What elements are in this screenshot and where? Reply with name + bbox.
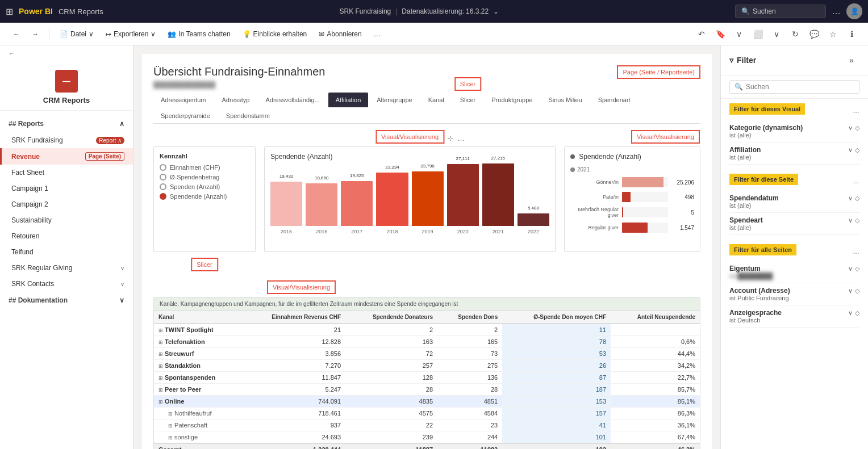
bar-2017[interactable]: 19,825 (341, 181, 373, 226)
filter-icon[interactable]: ⊹ (448, 135, 453, 144)
clear-icon[interactable]: ◇ (855, 309, 859, 317)
sidebar-section-reports[interactable]: ## Reports ∧ (0, 115, 133, 132)
slicer-tab-adresstyp[interactable]: Adresstyp (215, 93, 257, 107)
slicer-tab-adresseigentum[interactable]: Adresseigentum (153, 93, 214, 107)
user-avatar[interactable]: 👤 (846, 3, 862, 19)
more-icon[interactable]: … (832, 6, 841, 16)
bar-2016[interactable]: 18,660 (306, 183, 337, 226)
table-row[interactable]: ⊞ Standaktion7.2702572752634,2% (154, 360, 700, 372)
filter-search-box[interactable]: 🔍 (729, 80, 859, 94)
bar-wrap-2019[interactable]: 23,798 2019 (412, 171, 444, 234)
chevron-down-icon[interactable]: ∨ (848, 195, 853, 202)
sidebar-item-telfund[interactable]: Telfund (0, 244, 133, 260)
sidebar-item-fact-sheet[interactable]: Fact Sheet (0, 165, 133, 181)
insights-button[interactable]: 💡 Einblicke erhalten (238, 28, 312, 40)
bar-wrap-2016[interactable]: 18,660 2016 (306, 183, 337, 234)
info-button[interactable]: ℹ (844, 26, 859, 42)
slicer-tab-slicer[interactable]: Slicer Slicer (453, 93, 483, 107)
more-icon-all[interactable]: … (853, 247, 859, 255)
undo-button[interactable]: ↶ (694, 26, 710, 42)
kpi-option-spendenbetrag[interactable]: Ø-Spendenbetrag (160, 174, 249, 181)
table-col-3[interactable]: Spenden Dons (437, 311, 502, 324)
back-nav-button[interactable]: ← (9, 28, 24, 40)
hbar-item-Gönner/in[interactable]: Gönner/in 25.206 (570, 177, 694, 187)
table-row[interactable]: ⊞ TWINT Spotlight212211 (154, 324, 700, 336)
more-ctrl-icon[interactable]: … (458, 135, 465, 144)
clear-icon[interactable]: ◇ (855, 146, 859, 154)
table-row[interactable]: ⊞ Telefonaktion12.828163165780,6% (154, 336, 700, 348)
hbar-item-Pate/in[interactable]: Pate/in 498 (570, 192, 694, 202)
clear-icon[interactable]: ◇ (855, 217, 859, 224)
table-row[interactable]: ⊞ Online744.0914835485115385,1% (154, 396, 700, 408)
chevron-down-icon[interactable]: ∨ (848, 146, 853, 154)
file-button[interactable]: 📄 Datei ∨ (55, 28, 98, 40)
table-row[interactable]: ⊞ Streuwurf3.85672735344,4% (154, 348, 700, 360)
kpi-option-einnahmen[interactable]: Einnahmen (CHF) (160, 164, 249, 171)
more-icon-page[interactable]: … (853, 177, 859, 185)
bar-wrap-2015[interactable]: 19,432 2015 (270, 182, 302, 234)
sidebar-item-retouren[interactable]: Retouren (0, 228, 133, 244)
chevron-down-icon[interactable]: ∨ (848, 217, 853, 224)
subscribe-button[interactable]: ✉ Abonnieren (314, 28, 366, 40)
kpi-option-spendende-anzahl[interactable]: Spendende (Anzahl) (160, 193, 249, 200)
slicer-tab-sinus[interactable]: Sinus Milieu (541, 93, 589, 107)
clear-icon[interactable]: ◇ (855, 287, 859, 295)
sidebar-item-srk-regular[interactable]: SRK Regular Giving ∨ (0, 260, 133, 276)
chevron-down-icon[interactable]: ∨ (848, 309, 853, 317)
slicer-tab-altersgruppe[interactable]: Altersgruppe (369, 93, 419, 107)
bar-wrap-2021[interactable]: 27,215 2021 (482, 163, 514, 234)
bar-wrap-2018[interactable]: 23,234 2018 (376, 173, 408, 234)
sidebar-back-button[interactable]: ← (0, 45, 133, 61)
chevron-down-icon[interactable]: ∨ (848, 265, 853, 272)
clear-icon[interactable]: ◇ (855, 265, 859, 272)
comment-button[interactable]: 💬 (806, 26, 822, 42)
sidebar-item-campaign1[interactable]: Campaign 1 (0, 181, 133, 196)
grid-icon[interactable]: ⊞ (6, 6, 13, 17)
bar-2022[interactable]: 5,488 (518, 213, 549, 226)
hbar-item-Mehrfach-Regular-giver[interactable]: Mehrfach Regular giver 5 (570, 207, 694, 218)
table-col-1[interactable]: Einnahmen Revenus CHF (241, 311, 345, 324)
sidebar-item-revenue[interactable]: Revenue Page (Seite) (0, 148, 133, 165)
table-row[interactable]: ⊞ Peer to Peer5.247282818785,7% (154, 384, 700, 396)
slicer-tab-kanal[interactable]: Kanal (421, 93, 452, 107)
kpi-option-spenden-anzahl[interactable]: Spenden (Anzahl) (160, 183, 249, 190)
refresh-button[interactable]: ↻ (787, 26, 803, 42)
more-icon[interactable]: … (853, 107, 859, 115)
slicer-tab-spendenart[interactable]: Spendenart (591, 93, 638, 107)
table-row[interactable]: ⊞ Spontanspenden11.8471281368722,7% (154, 372, 700, 384)
table-col-2[interactable]: Spendende Donateurs (345, 311, 437, 324)
chevron-icon[interactable]: ⌄ (493, 7, 499, 15)
table-row[interactable]: ⊞ sonstige24.69323924410167,4% (154, 431, 700, 444)
sidebar-item-srk-contacts[interactable]: SRK Contacts ∨ (0, 276, 133, 292)
teams-button[interactable]: 👥 In Teams chatten (163, 28, 235, 40)
bar-wrap-2022[interactable]: 5,488 2022 (518, 213, 549, 234)
slicer-tab-spenderpyramide[interactable]: Spenderpyramide (153, 108, 218, 123)
bar-2018[interactable]: 23,234 (376, 173, 408, 226)
bar-wrap-2020[interactable]: 27,111 2020 (447, 164, 479, 234)
table-col-0[interactable]: Kanal (154, 311, 241, 324)
bar-2015[interactable]: 19,432 (270, 182, 302, 226)
bar-2020[interactable]: 27,111 (447, 164, 479, 226)
table-row[interactable]: ⊞ Nothilfeaufruf718.4614575458415786,3% (154, 408, 700, 419)
chevron-down-icon[interactable]: ∨ (848, 124, 853, 132)
hbar-item-Regular-giver[interactable]: Regular giver 1.547 (570, 223, 694, 233)
clear-icon[interactable]: ◇ (855, 195, 859, 202)
slicer-tab-spendenstamm[interactable]: Spendenstamm (219, 108, 277, 123)
table-col-4[interactable]: Ø-Spende Don moyen CHF (502, 311, 611, 324)
bar-wrap-2017[interactable]: 19,825 2017 (341, 181, 373, 234)
bar-2021[interactable]: 27,215 (482, 163, 514, 226)
sidebar-item-sustainability[interactable]: Sustainability (0, 212, 133, 228)
fullscreen-button[interactable]: ⬜ (750, 26, 766, 42)
sidebar-item-campaign2[interactable]: Campaign 2 (0, 196, 133, 212)
slicer-tab-adressvoll[interactable]: Adressvollständig... (258, 93, 327, 107)
sidebar-item-srk-fundraising[interactable]: SRK Fundraising Report ∧ (0, 132, 133, 148)
table-col-5[interactable]: Anteil Neuspendende (611, 311, 700, 324)
toolbar-more-button[interactable]: … (369, 28, 385, 40)
filter-collapse-button[interactable]: » (844, 52, 859, 68)
bookmark-button[interactable]: 🔖 (712, 26, 728, 42)
sidebar-section-dokumentation[interactable]: ## Dokumentation ∨ (0, 292, 133, 309)
back-nav-button2[interactable]: → (27, 28, 43, 40)
slicer-tab-affiliation[interactable]: Affiliation (328, 93, 368, 107)
table-row[interactable]: ⊞ Patenschaft93722234136,1% (154, 419, 700, 431)
chevron-down-icon[interactable]: ∨ (848, 287, 853, 295)
